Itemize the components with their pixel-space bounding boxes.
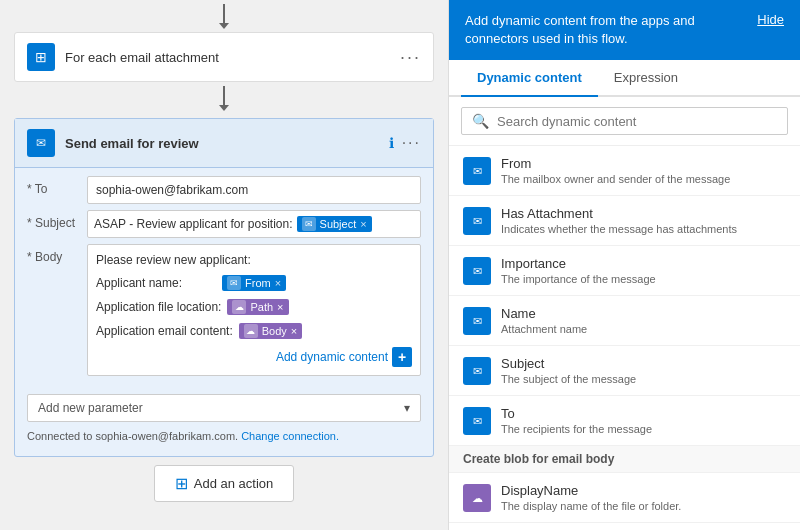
path-chip-icon: ☁ (232, 300, 246, 314)
path-token-chip[interactable]: ☁ Path × (227, 299, 288, 315)
body-label: * Body (27, 244, 87, 264)
add-param-chevron-icon: ▾ (404, 401, 410, 415)
importance-name: Importance (501, 256, 786, 271)
tab-expression[interactable]: Expression (598, 60, 694, 97)
add-action-label: Add an action (194, 476, 274, 491)
body-chip-label: Body (262, 325, 287, 337)
foreach-block: ⊞ For each email attachment ··· (14, 32, 434, 82)
displayname-name: DisplayName (501, 483, 786, 498)
body-chip-remove[interactable]: × (291, 325, 297, 337)
from-token-chip[interactable]: ✉ From × (222, 275, 286, 291)
body-applicant-row: Applicant name: ✉ From × (96, 275, 412, 291)
search-row: 🔍 (449, 97, 800, 146)
search-icon: 🔍 (472, 113, 489, 129)
name-desc: Attachment name (501, 323, 786, 335)
change-connection-link[interactable]: Change connection. (241, 430, 339, 442)
path-chip-label: Path (250, 301, 273, 313)
foreach-ellipsis-button[interactable]: ··· (400, 47, 421, 68)
header-icons: ℹ ··· (389, 134, 421, 152)
search-box: 🔍 (461, 107, 788, 135)
section-header-create-blob: Create blob for email body (449, 446, 800, 473)
hide-button[interactable]: Hide (757, 12, 784, 27)
block-ellipsis-button[interactable]: ··· (402, 134, 421, 152)
add-action-button[interactable]: ⊞ Add an action (154, 465, 295, 502)
body-row: * Body Please review new applicant: Appl… (27, 244, 421, 376)
from-name: From (501, 156, 786, 171)
body-token-chip[interactable]: ☁ Body × (239, 323, 303, 339)
path-chip-remove[interactable]: × (277, 301, 283, 313)
add-param-row[interactable]: Add new parameter ▾ (27, 394, 421, 422)
importance-icon: ✉ (463, 257, 491, 285)
body-intro-text: Please review new applicant: (96, 253, 412, 267)
add-dynamic-button[interactable]: Add dynamic content + (276, 347, 412, 367)
dynamic-list: ✉ From The mailbox owner and sender of t… (449, 146, 800, 530)
from-desc: The mailbox owner and sender of the mess… (501, 173, 786, 185)
to-row: * To (27, 176, 421, 204)
to-label: * To (27, 176, 87, 196)
send-email-header: ✉ Send email for review ℹ ··· (15, 119, 433, 168)
body-filepath-label: Application file location: (96, 300, 221, 314)
from-chip-remove[interactable]: × (275, 277, 281, 289)
subject-name: Subject (501, 356, 786, 371)
displayname-icon: ☁ (463, 484, 491, 512)
tabs-row: Dynamic content Expression (449, 60, 800, 97)
from-chip-label: From (245, 277, 271, 289)
list-item-from[interactable]: ✉ From The mailbox owner and sender of t… (449, 146, 800, 196)
to-icon: ✉ (463, 407, 491, 435)
has-attachment-name: Has Attachment (501, 206, 786, 221)
subject-desc: The subject of the message (501, 373, 786, 385)
arrow-connector-top (223, 4, 225, 24)
subject-token-chip[interactable]: ✉ Subject × (297, 216, 372, 232)
body-chip-icon: ☁ (244, 324, 258, 338)
list-item-name[interactable]: ✉ Name Attachment name (449, 296, 800, 346)
send-email-icon: ✉ (27, 129, 55, 157)
right-header: Add dynamic content from the apps and co… (449, 0, 800, 60)
subject-input[interactable]: ASAP - Review applicant for position: ✉ … (87, 210, 421, 238)
body-content-label: Application email content: (96, 324, 233, 338)
from-icon: ✉ (463, 157, 491, 185)
list-item-has-attachment[interactable]: ✉ Has Attachment Indicates whether the m… (449, 196, 800, 246)
importance-desc: The importance of the message (501, 273, 786, 285)
list-item-displayname[interactable]: ☁ DisplayName The display name of the fi… (449, 473, 800, 523)
send-email-title: Send email for review (65, 136, 389, 151)
to-name: To (501, 406, 786, 421)
subject-chip-icon: ✉ (302, 217, 316, 231)
add-dynamic-label: Add dynamic content (276, 350, 388, 364)
foreach-title: For each email attachment (65, 50, 400, 65)
connection-text: Connected to sophia-owen@fabrikam.com. (27, 430, 241, 442)
subject-chip-remove[interactable]: × (360, 218, 366, 230)
list-item-subject[interactable]: ✉ Subject The subject of the message (449, 346, 800, 396)
to-desc: The recipients for the message (501, 423, 786, 435)
body-content-row: Application email content: ☁ Body × (96, 323, 412, 339)
info-icon[interactable]: ℹ (389, 135, 394, 151)
tab-dynamic-content[interactable]: Dynamic content (461, 60, 598, 97)
search-input[interactable] (497, 114, 777, 129)
has-attachment-icon: ✉ (463, 207, 491, 235)
add-param-text: Add new parameter (38, 401, 143, 415)
right-header-text: Add dynamic content from the apps and co… (465, 12, 747, 48)
body-area[interactable]: Please review new applicant: Applicant n… (87, 244, 421, 376)
name-name: Name (501, 306, 786, 321)
subject-chip-label: Subject (320, 218, 357, 230)
name-icon: ✉ (463, 307, 491, 335)
subject-prefix-text: ASAP - Review applicant for position: (94, 217, 293, 231)
from-chip-icon: ✉ (227, 276, 241, 290)
displayname-desc: The display name of the file or folder. (501, 500, 786, 512)
connection-row: Connected to sophia-owen@fabrikam.com. C… (15, 426, 433, 446)
subject-icon: ✉ (463, 357, 491, 385)
has-attachment-desc: Indicates whether the message has attach… (501, 223, 786, 235)
left-panel: ⊞ For each email attachment ··· ✉ Send e… (0, 0, 448, 530)
send-email-block: ✉ Send email for review ℹ ··· * To * Sub… (14, 118, 434, 457)
list-item-to[interactable]: ✉ To The recipients for the message (449, 396, 800, 446)
subject-row: * Subject ASAP - Review applicant for po… (27, 210, 421, 238)
add-dynamic-icon: + (392, 347, 412, 367)
body-filepath-row: Application file location: ☁ Path × (96, 299, 412, 315)
body-applicant-label: Applicant name: (96, 276, 216, 290)
subject-label: * Subject (27, 210, 87, 230)
foreach-icon: ⊞ (27, 43, 55, 71)
to-input[interactable] (87, 176, 421, 204)
add-action-icon: ⊞ (175, 474, 188, 493)
section-header-label: Create blob for email body (463, 452, 614, 466)
list-item-importance[interactable]: ✉ Importance The importance of the messa… (449, 246, 800, 296)
form-body: * To * Subject ASAP - Review applicant f… (15, 168, 433, 390)
